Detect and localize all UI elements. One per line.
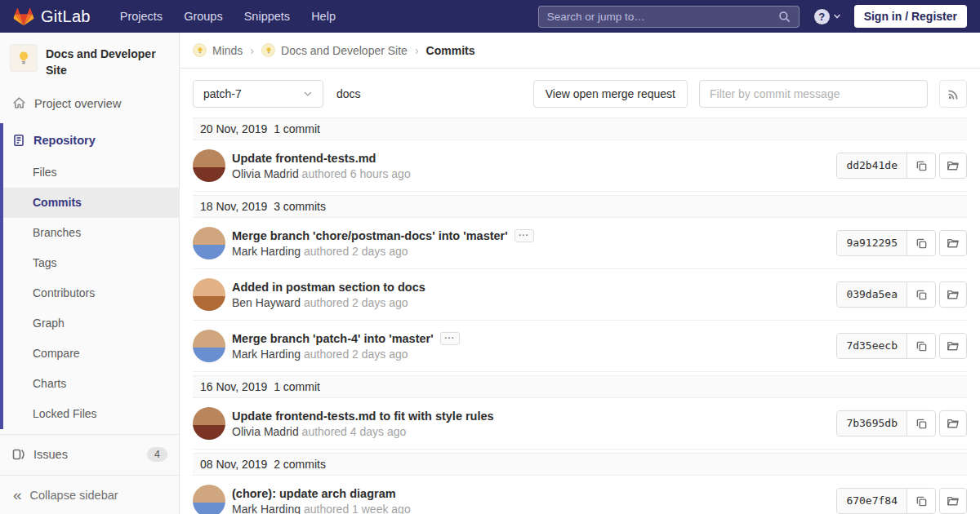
- breadcrumb-item[interactable]: Docs and Developer Site: [261, 43, 408, 57]
- commit-date: 16 Nov, 2019: [200, 380, 267, 393]
- repo-path-label: docs: [336, 87, 361, 100]
- search-input[interactable]: [547, 11, 778, 23]
- gitlab-logo[interactable]: GitLab: [13, 6, 91, 27]
- commit-meta: Olivia Madrid authored 6 hours ago: [232, 167, 411, 180]
- issues-icon: [12, 448, 25, 461]
- commit-author[interactable]: Mark Harding: [232, 503, 301, 514]
- folder-icon: [947, 288, 960, 301]
- sidebar-item-repository[interactable]: Repository: [3, 123, 179, 157]
- breadcrumb-label: Commits: [426, 44, 475, 57]
- commits-feed-button[interactable]: [939, 80, 967, 108]
- folder-icon: [947, 417, 960, 430]
- commit-sha-group: 670e7f84: [836, 488, 936, 514]
- double-chevron-left-icon: «: [13, 487, 22, 503]
- project-sidebar: Docs and Developer Site Project overview…: [0, 33, 180, 514]
- sign-in-register-button[interactable]: Sign in / Register: [854, 5, 967, 28]
- browse-files-button[interactable]: [939, 153, 967, 179]
- sidebar-subitem-graph[interactable]: Graph: [3, 308, 179, 339]
- browse-files-button[interactable]: [939, 333, 967, 359]
- breadcrumb-item: Commits: [426, 44, 475, 57]
- navbar-menu-item-groups[interactable]: Groups: [184, 10, 223, 23]
- browse-files-button[interactable]: [939, 281, 967, 308]
- author-avatar[interactable]: [193, 227, 225, 259]
- author-avatar[interactable]: [193, 485, 225, 514]
- navbar-menu-item-snippets[interactable]: Snippets: [244, 10, 290, 23]
- folder-icon: [947, 494, 960, 507]
- copy-sha-button[interactable]: [907, 231, 935, 255]
- sidebar-subitem-branches[interactable]: Branches: [3, 218, 179, 248]
- commit-sha[interactable]: 7d35eecb: [837, 334, 907, 358]
- copy-icon: [915, 160, 928, 172]
- sidebar-subitem-charts[interactable]: Charts: [3, 369, 179, 399]
- navbar-menu-item-projects[interactable]: Projects: [120, 10, 163, 23]
- sidebar-subitem-tags[interactable]: Tags: [3, 248, 179, 278]
- expand-description-button[interactable]: ···: [514, 229, 534, 242]
- commit-title[interactable]: Update frontend-tests.md to fit with sty…: [232, 410, 494, 423]
- browse-files-button[interactable]: [939, 230, 967, 256]
- copy-sha-button[interactable]: [907, 489, 935, 513]
- copy-sha-button[interactable]: [907, 282, 935, 307]
- author-avatar[interactable]: [193, 149, 225, 182]
- commit-title[interactable]: Merge branch 'patch-4' into 'master': [232, 332, 434, 345]
- copy-sha-button[interactable]: [907, 153, 935, 178]
- commit-sha[interactable]: 7b3695db: [837, 411, 907, 436]
- branch-selector[interactable]: patch-7: [193, 80, 323, 108]
- author-avatar[interactable]: [193, 330, 225, 362]
- sidebar-subitem-locked-files[interactable]: Locked Files: [3, 399, 179, 429]
- view-open-merge-request-button[interactable]: View open merge request: [533, 80, 688, 108]
- commit-title[interactable]: Added in postman section to docs: [232, 281, 425, 294]
- gitlab-tanuki-icon: [13, 6, 34, 27]
- commit-filter-input[interactable]: [699, 80, 928, 108]
- project-header[interactable]: Docs and Developer Site: [0, 33, 179, 87]
- commit-author[interactable]: Olivia Madrid: [232, 167, 299, 180]
- expand-description-button[interactable]: ···: [440, 332, 460, 345]
- commit-title[interactable]: (chore): update arch diagram: [232, 487, 396, 500]
- sidebar-subitem-commits[interactable]: Commits: [3, 188, 179, 218]
- commit-title[interactable]: Update frontend-tests.md: [232, 152, 376, 165]
- commit-time: authored 6 hours ago: [302, 167, 411, 180]
- breadcrumb-label: Docs and Developer Site: [281, 44, 408, 57]
- breadcrumb-avatar: [193, 43, 207, 57]
- sidebar-item-project-overview[interactable]: Project overview: [0, 87, 179, 120]
- navbar-menu-item-help[interactable]: Help: [311, 10, 336, 23]
- commit-author[interactable]: Mark Harding: [232, 245, 301, 258]
- sidebar-item-label: Repository: [33, 134, 96, 147]
- breadcrumb: Minds › Docs and Developer Site › Commit…: [180, 33, 980, 69]
- commit-date-group: 08 Nov, 2019 2 commits (chore): update a…: [193, 453, 967, 514]
- project-title: Docs and Developer Site: [46, 44, 169, 79]
- commit-author[interactable]: Olivia Madrid: [232, 425, 299, 438]
- sidebar-subitem-files[interactable]: Files: [3, 157, 179, 188]
- global-search[interactable]: [538, 6, 800, 28]
- folder-icon: [947, 159, 960, 172]
- breadcrumb-item[interactable]: Minds: [193, 43, 243, 57]
- commit-sha[interactable]: 670e7f84: [837, 489, 907, 513]
- help-menu[interactable]: ?: [814, 9, 841, 24]
- commit-list: 20 Nov, 2019 1 commit Update frontend-te…: [193, 117, 967, 514]
- breadcrumb-avatar: [261, 43, 275, 57]
- sidebar-subitem-compare[interactable]: Compare: [3, 339, 179, 369]
- commit-sha-group: 9a912295: [836, 230, 936, 256]
- commit-author[interactable]: Ben Hayward: [232, 296, 301, 309]
- repository-section: Repository FilesCommitsBranchesTagsContr…: [0, 123, 179, 429]
- copy-sha-button[interactable]: [907, 411, 935, 436]
- copy-icon: [915, 237, 928, 250]
- author-avatar[interactable]: [193, 407, 225, 440]
- rss-icon: [947, 88, 960, 100]
- commit-count: 1 commit: [274, 380, 320, 393]
- collapse-sidebar-button[interactable]: « Collapse sidebar: [0, 475, 179, 514]
- commit-sha[interactable]: dd2b41de: [837, 153, 907, 178]
- author-avatar[interactable]: [193, 278, 225, 311]
- main-content: Minds › Docs and Developer Site › Commit…: [180, 33, 980, 514]
- commit-sha-group: dd2b41de: [836, 153, 936, 179]
- sidebar-subitem-contributors[interactable]: Contributors: [3, 278, 179, 308]
- commit-sha[interactable]: 039da5ea: [837, 282, 907, 307]
- browse-files-button[interactable]: [939, 410, 967, 436]
- browse-files-button[interactable]: [939, 488, 967, 514]
- commit-title[interactable]: Merge branch 'chore/postman-docs' into '…: [232, 229, 508, 242]
- repository-subnav: FilesCommitsBranchesTagsContributorsGrap…: [3, 157, 179, 429]
- sidebar-item-issues[interactable]: Issues 4: [0, 435, 179, 474]
- commit-author[interactable]: Mark Harding: [232, 348, 301, 361]
- copy-sha-button[interactable]: [907, 334, 935, 358]
- commits-toolbar: patch-7 docs View open merge request: [180, 69, 980, 116]
- commit-sha[interactable]: 9a912295: [837, 231, 907, 255]
